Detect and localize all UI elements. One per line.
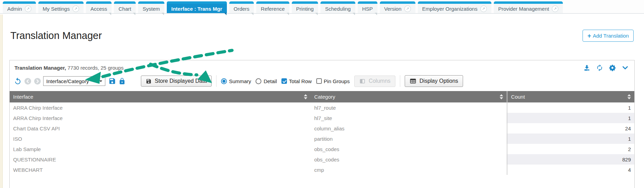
page-title: Translation Manager bbox=[10, 30, 102, 41]
total-row-option[interactable]: Total Row bbox=[281, 78, 312, 84]
cell-category: obs_codes bbox=[311, 154, 507, 165]
chevron-down-icon[interactable] bbox=[622, 64, 629, 71]
cell-count: 1 bbox=[507, 113, 634, 123]
tab-interface-trans-mgr[interactable]: Interface : Trans Mgr ↗ bbox=[167, 1, 227, 13]
save-icon bbox=[146, 78, 152, 84]
store-displayed-data-button[interactable]: Store Displayed Data bbox=[141, 76, 212, 87]
view-select-value: Interface/Category bbox=[46, 78, 89, 84]
column-header-count[interactable]: Count bbox=[507, 91, 634, 102]
tab-scheduling[interactable]: Scheduling ↗ bbox=[320, 1, 355, 13]
columns-label: Columns bbox=[369, 78, 391, 84]
tab-my-settings[interactable]: My Settings ↗ bbox=[38, 1, 84, 13]
table-header: Interface Category Count bbox=[10, 91, 634, 102]
view-select[interactable]: Interface/Category bbox=[43, 76, 105, 86]
tab-menu-notch-icon bbox=[287, 13, 289, 15]
nav-back-icon[interactable] bbox=[24, 78, 31, 85]
cell-category: obs_codes bbox=[311, 144, 507, 154]
tab-menu-notch-icon bbox=[251, 13, 253, 15]
cell-interface: ARRA Chirp Interface bbox=[10, 102, 311, 113]
column-label: Count bbox=[511, 94, 525, 100]
detail-radio-option[interactable]: Detail bbox=[256, 78, 277, 84]
total-row-checkbox[interactable] bbox=[281, 78, 287, 84]
cell-count: 1 bbox=[507, 102, 634, 113]
columns-icon bbox=[359, 78, 366, 85]
tab-orders[interactable]: Orders ↗ bbox=[229, 1, 254, 13]
tab-label: Access bbox=[90, 6, 107, 12]
plus-icon: + bbox=[587, 33, 591, 38]
store-displayed-data-label: Store Displayed Data bbox=[155, 78, 207, 84]
external-link-icon: ↗ bbox=[480, 6, 487, 12]
tab-menu-notch-icon bbox=[315, 13, 318, 15]
columns-button: Columns bbox=[354, 76, 395, 87]
tab-label: Employer Organizations bbox=[422, 6, 478, 12]
cell-interface: Chart Data CSV API bbox=[10, 123, 311, 133]
record-summary: Translation Manager, 7730 records, 25 gr… bbox=[15, 65, 124, 71]
tab-version[interactable]: Version ↗ bbox=[380, 1, 415, 13]
detail-radio-label: Detail bbox=[263, 78, 277, 84]
lock-icon[interactable] bbox=[118, 78, 126, 85]
refresh-icon[interactable] bbox=[596, 64, 603, 71]
nav-forward-icon[interactable] bbox=[34, 78, 41, 85]
record-summary-title: Translation Manager, bbox=[15, 65, 66, 71]
cell-count: 2 bbox=[507, 144, 634, 154]
display-options-label: Display Options bbox=[420, 78, 458, 84]
tab-provider-management[interactable]: Provider Management ↗ bbox=[494, 1, 563, 13]
cell-category: hl7_site bbox=[311, 113, 507, 123]
table-row[interactable]: QUESTIONNAIRE obs_codes 829 bbox=[10, 154, 634, 165]
detail-radio[interactable] bbox=[256, 78, 261, 84]
table-row[interactable]: ARRA Chirp Interface hl7_site 1 bbox=[10, 113, 634, 123]
tab-label: Scheduling bbox=[325, 6, 350, 12]
tab-label: Chart bbox=[118, 6, 131, 12]
tab-label: Admin bbox=[7, 6, 22, 12]
tab-access[interactable]: Access ↗ bbox=[86, 1, 112, 13]
table-row[interactable]: Lab Sample obs_codes 2 bbox=[10, 144, 634, 154]
external-link-icon: ↗ bbox=[404, 6, 411, 12]
sort-icon bbox=[304, 94, 307, 99]
table-row[interactable]: Chart Data CSV API column_alias 24 bbox=[10, 123, 634, 133]
tab-menu-notch-icon bbox=[224, 13, 227, 15]
table-row[interactable]: ARRA Chirp Interface hl7_route 1 bbox=[10, 102, 634, 113]
cell-count: 829 bbox=[507, 154, 634, 165]
download-icon[interactable] bbox=[583, 64, 590, 71]
column-header-interface[interactable]: Interface bbox=[10, 91, 311, 102]
column-header-category[interactable]: Category bbox=[311, 91, 507, 102]
cell-count: 4 bbox=[507, 165, 634, 175]
cell-category: column_alias bbox=[311, 123, 507, 133]
tab-label: Orders bbox=[234, 6, 250, 12]
toolbar-separator bbox=[216, 75, 217, 87]
pin-groups-checkbox[interactable] bbox=[316, 78, 322, 84]
page-left-margin bbox=[0, 14, 3, 188]
tab-menu-notch-icon bbox=[133, 13, 135, 15]
tab-hsp[interactable]: HSP ↗ bbox=[358, 1, 377, 13]
table-row[interactable]: ISO partition 1 bbox=[10, 133, 634, 144]
cell-category: cmp bbox=[311, 165, 507, 175]
column-label: Interface bbox=[13, 94, 33, 100]
add-translation-button[interactable]: + Add Translation bbox=[583, 30, 634, 42]
tab-menu-notch-icon bbox=[375, 13, 377, 15]
save-view-icon[interactable] bbox=[108, 77, 116, 85]
tab-system[interactable]: System ↗ bbox=[138, 1, 164, 13]
tab-label: Version bbox=[384, 6, 402, 12]
summary-radio[interactable] bbox=[221, 78, 227, 84]
tab-menu-notch-icon bbox=[109, 13, 111, 15]
tab-label: My Settings bbox=[43, 6, 70, 12]
cell-interface: Lab Sample bbox=[10, 144, 311, 154]
tab-printing[interactable]: Printing ↗ bbox=[292, 1, 318, 13]
tab-reference[interactable]: Reference ↗ bbox=[256, 1, 289, 13]
cell-interface: ISO bbox=[10, 133, 311, 144]
gear-icon[interactable] bbox=[609, 64, 616, 71]
tab-employer-organizations[interactable]: Employer Organizations ↗ bbox=[418, 1, 491, 13]
pin-groups-option[interactable]: Pin Groups bbox=[316, 78, 350, 84]
table-grid-icon bbox=[410, 78, 416, 85]
tab-label: HSP bbox=[362, 6, 373, 12]
caret-down-icon bbox=[99, 80, 102, 82]
tab-admin[interactable]: Admin ↗ bbox=[3, 1, 36, 13]
sort-icon bbox=[627, 94, 631, 99]
cell-interface: WEBCHART bbox=[10, 165, 311, 175]
tab-bar: Admin ↗ My Settings ↗ Access ↗ Chart ↗ S… bbox=[0, 0, 644, 14]
tab-chart[interactable]: Chart ↗ bbox=[114, 1, 136, 13]
summary-radio-option[interactable]: Summary bbox=[221, 78, 251, 84]
display-options-button[interactable]: Display Options bbox=[405, 75, 463, 87]
table-row[interactable]: WEBCHART cmp 4 bbox=[10, 165, 634, 175]
undo-icon[interactable] bbox=[14, 77, 22, 85]
